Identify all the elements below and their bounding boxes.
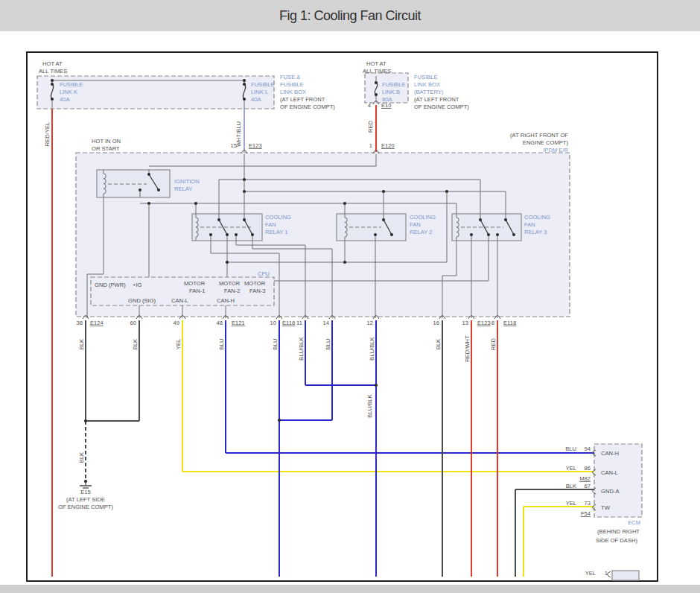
junction-dot <box>226 261 229 264</box>
label-blu: BLU <box>272 339 279 350</box>
label-blu: BLU <box>218 339 225 350</box>
label-60: 60 <box>130 320 136 326</box>
label-fusible: FUSIBLE <box>251 81 275 88</box>
label-blu-blk: BLU/BLK <box>298 337 305 360</box>
label-fusible: FUSIBLE <box>280 81 304 88</box>
label-ignition: IGNITION <box>174 178 200 185</box>
label-link-box: LINK BOX <box>280 89 306 95</box>
label-86: 86 <box>585 465 591 472</box>
label-at-right-front-of: (AT RIGHT FRONT OF <box>510 132 568 139</box>
label-blk: BLK <box>78 339 85 349</box>
label-fusible: FUSIBLE <box>382 81 406 88</box>
label-of-engine-compt: OF ENGINE COMPT) <box>58 504 113 510</box>
label-15: 15 <box>231 142 237 149</box>
contact-dot <box>243 218 246 221</box>
label-49: 49 <box>174 320 179 326</box>
label-of-engine-compt: OF ENGINE COMPT) <box>414 104 469 110</box>
label-cpu: CPU <box>258 270 270 277</box>
label-e123: E123 <box>477 320 491 326</box>
label-e15: E15 <box>80 489 91 495</box>
label-red-yel: RED/YEL <box>44 122 51 147</box>
label-side-of-dash: SIDE OF DASH) <box>596 537 638 544</box>
junction-dot <box>194 202 197 205</box>
label-blk: BLK <box>566 483 576 489</box>
label-link-k: LINK K <box>60 89 77 95</box>
label-blu: BLU <box>565 445 576 452</box>
label-fan: FAN <box>265 221 276 228</box>
label-blu-blk: BLU/BLK <box>369 337 375 360</box>
label-94: 94 <box>585 445 591 452</box>
label-blu-blk: BLU/BLK <box>366 394 373 417</box>
label-relay-2: RELAY 2 <box>410 229 433 235</box>
label-yel: YEL <box>566 500 576 507</box>
label-4: 4 <box>368 102 371 109</box>
label-fuse: FUSE & <box>280 74 300 80</box>
contact-dot <box>487 233 490 236</box>
label-8: 8 <box>491 320 494 326</box>
label-gnd-pwr: GND (PWR) <box>95 282 126 288</box>
junction-dot <box>51 79 54 82</box>
junction-dot <box>243 190 246 193</box>
label-e118: E118 <box>503 320 516 326</box>
label-40a: 40A <box>60 96 70 103</box>
label-e121: E121 <box>232 320 245 326</box>
connector-pin <box>608 571 611 577</box>
box-cooling-fan-relay-2-box <box>337 214 406 241</box>
junction-dot <box>51 83 54 86</box>
label-can-l: CAN-L <box>171 297 188 304</box>
junction-dot <box>375 384 378 387</box>
label-73: 73 <box>585 500 591 507</box>
label-ecm: ECM <box>628 519 640 526</box>
junction-dot <box>243 178 246 181</box>
junction-dot <box>84 419 87 422</box>
junction-dot <box>382 190 385 193</box>
label-fusible: FUSIBLE <box>414 74 438 80</box>
label-hot-at: HOT AT <box>366 60 386 67</box>
wiring-diagram-page: Fig 1: Cooling Fan Circuit HOT ATALL TIM… <box>0 0 700 593</box>
contact-dot <box>470 233 473 236</box>
label-yel: YEL <box>566 465 576 472</box>
label-motor: MOTOR <box>244 280 266 287</box>
contact-dot <box>235 233 238 236</box>
contact-dot <box>226 233 229 236</box>
label-link-l: LINK L <box>251 89 268 95</box>
label-at-left-side: (AT LEFT SIDE <box>66 496 105 503</box>
contact-dot <box>217 218 220 221</box>
label-f54: F54 <box>581 510 591 517</box>
label-fan: FAN <box>524 221 535 228</box>
label-38: 38 <box>77 320 83 326</box>
label-all-times: ALL TIMES <box>39 68 67 74</box>
label-fusible: FUSIBLE <box>60 81 83 88</box>
label-e118: E118 <box>282 320 295 326</box>
label-40a: 40A <box>251 96 261 103</box>
label-relay-3: RELAY 3 <box>524 229 547 235</box>
cooling-fan-circuit-diagram: HOT ATALL TIMESFUSIBLELINK K40AFUSIBLELI… <box>0 0 700 593</box>
label-all-times: ALL TIMES <box>363 68 391 74</box>
label-at-left-front: (AT LEFT FRONT <box>414 96 459 103</box>
label-link-b: LINK B <box>382 89 400 95</box>
junction-dot <box>343 202 346 205</box>
label-engine-compt: ENGINE COMPT) <box>523 139 569 146</box>
label-motor: MOTOR <box>219 280 241 287</box>
label-hot-at: HOT AT <box>42 60 63 67</box>
junction-dot <box>445 190 448 193</box>
label-red: RED <box>367 120 374 133</box>
junction-dot <box>51 98 54 101</box>
contact-dot <box>496 233 499 236</box>
label-can-h: CAN-H <box>601 450 619 457</box>
label-m82: M82 <box>579 475 591 482</box>
label-e124: E124 <box>90 320 104 326</box>
junction-dot <box>278 419 281 422</box>
contact-dot <box>157 188 160 191</box>
label-relay-1: RELAY 1 <box>265 229 288 235</box>
label-blk: BLK <box>132 339 139 349</box>
junction-dot <box>343 261 346 264</box>
contact-dot <box>512 233 515 236</box>
label-relay: RELAY <box>174 185 192 192</box>
label-14: 14 <box>323 320 329 326</box>
junction-dot <box>243 79 246 82</box>
label-tw: TW <box>601 504 611 511</box>
contact-dot <box>251 233 254 236</box>
label-or-start: OR START <box>92 145 120 152</box>
junction-dot <box>375 81 378 84</box>
